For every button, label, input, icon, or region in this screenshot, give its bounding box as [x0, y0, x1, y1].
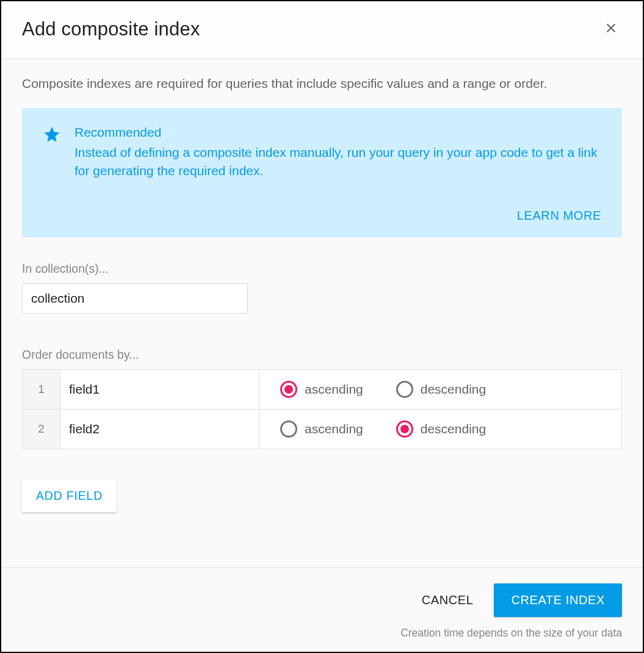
banner-text: Instead of defining a composite index ma…	[74, 143, 601, 181]
dialog-title: Add composite index	[22, 18, 200, 40]
star-icon	[43, 125, 61, 181]
ascending-radio[interactable]: ascending	[280, 381, 363, 398]
table-row: 2 ascending descending	[23, 409, 621, 449]
radio-label: descending	[421, 382, 486, 397]
collection-label: In collection(s)...	[22, 262, 622, 276]
radio-label: ascending	[305, 422, 363, 436]
add-composite-index-dialog: Add composite index Composite indexes ar…	[0, 0, 644, 653]
row-number: 1	[23, 370, 60, 409]
descending-radio[interactable]: descending	[396, 381, 486, 398]
radio-icon	[280, 420, 297, 438]
dialog-subtitle: Composite indexes are required for queri…	[22, 76, 622, 91]
close-icon	[604, 21, 618, 37]
dialog-header: Add composite index	[1, 1, 643, 59]
order-fields-table: 1 ascending descending 2	[22, 369, 622, 449]
learn-more-link[interactable]: LEARN MORE	[517, 209, 601, 223]
order-label: Order documents by...	[22, 348, 622, 362]
row-number: 2	[23, 409, 60, 449]
radio-icon	[396, 420, 413, 438]
field-name-input[interactable]	[60, 409, 259, 449]
descending-radio[interactable]: descending	[396, 420, 486, 438]
dialog-body: Composite indexes are required for queri…	[1, 59, 643, 567]
banner-title: Recommended	[74, 125, 601, 140]
radio-label: ascending	[305, 382, 363, 397]
close-button[interactable]	[600, 18, 622, 40]
create-index-button[interactable]: CREATE INDEX	[494, 583, 622, 617]
radio-icon	[280, 381, 297, 398]
collection-input[interactable]	[22, 283, 248, 314]
field-name-input[interactable]	[60, 370, 259, 409]
table-row: 1 ascending descending	[23, 370, 621, 409]
radio-icon	[396, 381, 413, 398]
ascending-radio[interactable]: ascending	[280, 420, 363, 438]
footer-note: Creation time depends on the size of you…	[400, 627, 622, 640]
cancel-button[interactable]: CANCEL	[418, 585, 477, 616]
add-field-button[interactable]: ADD FIELD	[22, 480, 117, 512]
radio-label: descending	[421, 422, 486, 436]
dialog-footer: CANCEL CREATE INDEX Creation time depend…	[1, 567, 643, 652]
recommendation-banner: Recommended Instead of defining a compos…	[22, 108, 622, 237]
